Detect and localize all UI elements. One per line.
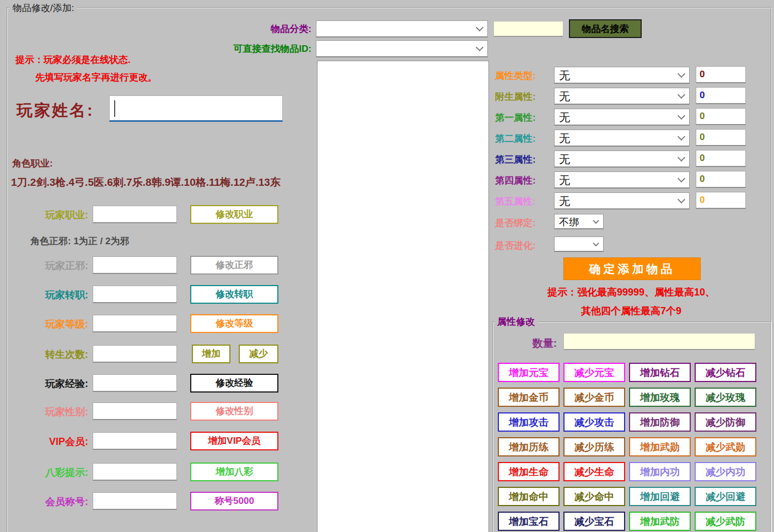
sub-rose-button[interactable]: 减少玫瑰 bbox=[695, 388, 756, 407]
item-id-label: 可直接查找物品ID: bbox=[209, 42, 311, 55]
add-bacai-button[interactable]: 增加八彩 bbox=[190, 463, 278, 481]
alignment-note: 角色正邪: 1为正 / 2为邪 bbox=[30, 235, 129, 248]
sub-neigong-button[interactable]: 减少内功 bbox=[695, 462, 756, 481]
attr-4-select[interactable]: 无 bbox=[554, 171, 690, 189]
chevron-down-icon bbox=[678, 175, 685, 182]
evolve-select[interactable] bbox=[554, 237, 604, 252]
sub-yuanbao-button[interactable]: 减少元宝 bbox=[563, 363, 625, 382]
quantity-label: 数量: bbox=[469, 336, 557, 351]
job-header: 角色职业: bbox=[12, 157, 53, 170]
online-hint-line1: 提示：玩家必须是在线状态. bbox=[15, 53, 131, 66]
add-dodge-button[interactable]: 增加回避 bbox=[629, 487, 691, 506]
attr-2-number-input[interactable] bbox=[696, 129, 746, 146]
sub-defense-button[interactable]: 减少防御 bbox=[695, 412, 756, 432]
chevron-down-icon bbox=[476, 44, 483, 51]
add-diamond-button[interactable]: 增加钻石 bbox=[629, 363, 691, 382]
attr-5-number-input[interactable] bbox=[696, 192, 746, 209]
add-attack-button[interactable]: 增加攻击 bbox=[498, 412, 560, 432]
player-job-input[interactable] bbox=[93, 206, 177, 223]
modify-level-button[interactable]: 修改等级 bbox=[190, 314, 278, 333]
add-vip-button[interactable]: 增加VIP会员 bbox=[190, 432, 278, 450]
member-title-label: 会员称号: bbox=[0, 495, 88, 508]
player-name-input[interactable] bbox=[109, 95, 283, 122]
add-training-button[interactable]: 增加历练 bbox=[498, 437, 560, 456]
derived-attr-select[interactable]: 无 bbox=[554, 88, 690, 105]
attr-type-label: 属性类型: bbox=[495, 69, 536, 82]
modify-gender-button[interactable]: 修改性别 bbox=[190, 402, 278, 421]
attr-type-number-input[interactable] bbox=[696, 66, 746, 83]
player-jobchange-input[interactable] bbox=[93, 286, 177, 303]
player-alignment-input[interactable] bbox=[93, 256, 177, 274]
attr-1-number-input[interactable] bbox=[696, 108, 746, 125]
max-hint-line1: 提示：强化最高99999、属性最高10、 bbox=[493, 286, 769, 299]
sub-gold-button[interactable]: 减少金币 bbox=[563, 388, 625, 407]
reincarnation-input[interactable] bbox=[93, 345, 177, 363]
vip-member-label: VIP会员: bbox=[0, 435, 88, 448]
add-rose-button[interactable]: 增加玫瑰 bbox=[629, 388, 691, 407]
add-merit-button[interactable]: 增加武勋 bbox=[629, 437, 691, 456]
derived-attr-number-input[interactable] bbox=[696, 87, 746, 104]
sub-merit-button[interactable]: 减少武勋 bbox=[695, 437, 756, 456]
player-gender-label: 玩家性别: bbox=[0, 405, 88, 418]
sub-gem-button[interactable]: 减少宝石 bbox=[563, 512, 625, 531]
attr-4-number-input[interactable] bbox=[696, 171, 746, 188]
add-gem-button[interactable]: 增加宝石 bbox=[498, 512, 560, 531]
bacai-hint-input[interactable] bbox=[93, 463, 177, 481]
attr-3-number-input[interactable] bbox=[696, 150, 746, 167]
title-5000-button[interactable]: 称号5000 bbox=[190, 492, 278, 510]
attr-2-value: 无 bbox=[559, 131, 570, 146]
attr-1-value: 无 bbox=[559, 110, 570, 125]
chevron-down-icon bbox=[678, 133, 685, 141]
item-category-label: 物品分类: bbox=[209, 23, 311, 35]
player-gender-input[interactable] bbox=[93, 402, 177, 420]
item-list[interactable] bbox=[317, 61, 489, 532]
sub-dodge-button[interactable]: 减少回避 bbox=[695, 487, 756, 506]
modify-jobchange-button[interactable]: 修改转职 bbox=[190, 285, 278, 304]
derived-attr-label: 附生属性: bbox=[495, 90, 536, 103]
player-level-label: 玩家等级: bbox=[0, 318, 88, 331]
quantity-input[interactable] bbox=[563, 333, 755, 350]
item-name-search-input[interactable] bbox=[493, 21, 563, 37]
modify-alignment-button[interactable]: 修改正邪 bbox=[190, 256, 278, 275]
chevron-down-icon bbox=[678, 196, 685, 203]
attr-modify-title: 属性修改 bbox=[495, 315, 538, 328]
attr-type-select[interactable]: 无 bbox=[554, 67, 690, 84]
attr-3-value: 无 bbox=[559, 152, 570, 167]
player-level-input[interactable] bbox=[93, 315, 177, 332]
attr-2-select[interactable]: 无 bbox=[554, 130, 690, 147]
modify-exp-button[interactable]: 修改经验 bbox=[190, 374, 278, 393]
add-life-button[interactable]: 增加生命 bbox=[498, 462, 560, 481]
sub-training-button[interactable]: 减少历练 bbox=[563, 437, 625, 456]
attr-2-label: 第二属性: bbox=[495, 132, 536, 145]
player-exp-input[interactable] bbox=[93, 374, 177, 392]
vip-member-input[interactable] bbox=[93, 432, 177, 450]
item-id-select[interactable] bbox=[316, 40, 488, 57]
attr-5-select[interactable]: 无 bbox=[554, 192, 690, 209]
decrease-button[interactable]: 减少 bbox=[239, 345, 278, 363]
bind-select[interactable]: 不绑 bbox=[554, 214, 604, 229]
attr-5-label: 第五属性: bbox=[495, 195, 536, 208]
add-gold-button[interactable]: 增加金币 bbox=[498, 388, 560, 407]
evolve-label: 是否进化: bbox=[495, 239, 536, 252]
member-title-input[interactable] bbox=[93, 492, 177, 510]
add-wufang-button[interactable]: 增加武防 bbox=[629, 512, 691, 531]
item-category-select[interactable] bbox=[316, 20, 488, 37]
modify-job-button[interactable]: 修改职业 bbox=[190, 205, 278, 224]
sub-diamond-button[interactable]: 减少钻石 bbox=[695, 363, 756, 382]
sub-wufang-button[interactable]: 减少武防 bbox=[695, 512, 756, 531]
confirm-add-item-button[interactable]: 确定添加物品 bbox=[563, 257, 701, 280]
attr-5-value: 无 bbox=[559, 194, 570, 209]
add-hit-button[interactable]: 增加命中 bbox=[498, 487, 560, 506]
sub-hit-button[interactable]: 减少命中 bbox=[563, 487, 625, 506]
item-name-search-button[interactable]: 物品名搜索 bbox=[569, 19, 642, 38]
add-yuanbao-button[interactable]: 增加元宝 bbox=[498, 363, 560, 382]
bind-value: 不绑 bbox=[559, 216, 579, 229]
text-cursor bbox=[114, 100, 115, 117]
sub-attack-button[interactable]: 减少攻击 bbox=[563, 412, 625, 432]
attr-3-select[interactable]: 无 bbox=[554, 151, 690, 168]
increase-button[interactable]: 增加 bbox=[192, 345, 230, 363]
sub-life-button[interactable]: 减少生命 bbox=[563, 462, 625, 481]
add-neigong-button[interactable]: 增加内功 bbox=[629, 462, 691, 481]
attr-1-select[interactable]: 无 bbox=[554, 109, 690, 126]
add-defense-button[interactable]: 增加防御 bbox=[629, 412, 691, 432]
